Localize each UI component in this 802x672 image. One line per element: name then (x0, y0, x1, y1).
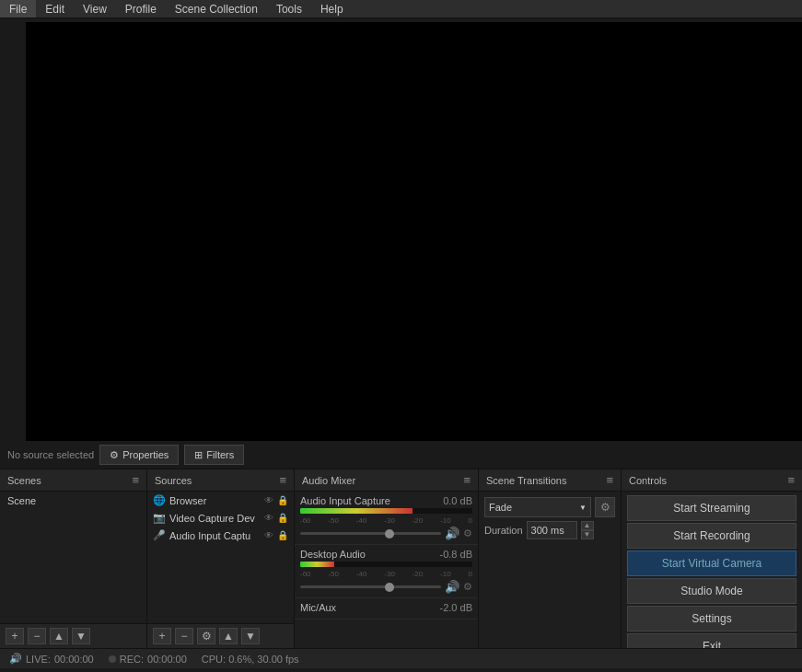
scenes-up-button[interactable]: ▲ (50, 628, 68, 644)
live-icon: 🔊 (9, 653, 22, 665)
duration-up-button[interactable]: ▲ (581, 521, 594, 530)
transitions-content: Fade ▼ ⚙ Duration ▲ ▼ (479, 492, 621, 648)
preview-canvas (26, 22, 802, 441)
mic-audio-name: Mic/Aux (300, 602, 336, 613)
desktop-audio-settings[interactable]: ⚙ (463, 581, 472, 593)
sources-panel: Sources ≡ 🌐 Browser 👁 🔒 📷 Video Capture … (147, 469, 295, 648)
desktop-audio-mute[interactable]: 🔊 (445, 580, 459, 594)
duration-input[interactable] (527, 521, 577, 539)
source-row-browser[interactable]: 🌐 Browser 👁 🔒 (147, 492, 294, 509)
menu-view[interactable]: View (74, 0, 116, 17)
desktop-meter-labels: -60-50-40-30-20-100 (300, 570, 472, 578)
duration-down-button[interactable]: ▼ (581, 530, 594, 539)
mic-icon: 🎤 (153, 529, 166, 541)
sources-settings-button[interactable]: ⚙ (197, 628, 215, 644)
audio-title: Audio Mixer (302, 475, 355, 486)
menu-help[interactable]: Help (311, 0, 353, 17)
scenes-footer: + − ▲ ▼ (0, 623, 146, 648)
chevron-down-icon: ▼ (579, 504, 587, 512)
menu-profile[interactable]: Profile (116, 0, 166, 17)
rec-status: REC: 00:00:00 (109, 654, 187, 665)
gear-icon-transition: ⚙ (600, 501, 610, 514)
studio-mode-button[interactable]: Studio Mode (627, 578, 796, 604)
sources-panel-header: Sources ≡ (147, 469, 294, 492)
sources-remove-button[interactable]: − (175, 628, 193, 644)
source-row-video[interactable]: 📷 Video Capture Dev 👁 🔒 (147, 509, 294, 527)
transition-top-row: Fade ▼ ⚙ (484, 497, 615, 517)
live-status: 🔊 LIVE: 00:00:00 (9, 653, 94, 665)
audio-input-fader-thumb[interactable] (385, 529, 394, 539)
start-streaming-button[interactable]: Start Streaming (627, 495, 796, 521)
scenes-panel-header: Scenes ≡ (0, 469, 146, 492)
menu-edit[interactable]: Edit (36, 0, 74, 17)
desktop-audio-meter (300, 562, 472, 567)
menubar: File Edit View Profile Scene Collection … (0, 0, 802, 18)
menu-scene-collection[interactable]: Scene Collection (166, 0, 267, 17)
visibility-icon[interactable]: 👁 (264, 495, 273, 505)
sources-title: Sources (155, 475, 192, 486)
audio-input-meter (300, 508, 472, 514)
controls-content: Start Streaming Start Recording Start Vi… (622, 492, 802, 648)
source-name-audio: Audio Input Captu (169, 530, 261, 541)
controls-panel-header: Controls ≡ (622, 469, 802, 492)
audio-input-db: 0.0 dB (443, 495, 472, 506)
scenes-menu-icon[interactable]: ≡ (132, 473, 139, 487)
gear-icon: ⚙ (110, 449, 119, 461)
start-virtual-camera-button[interactable]: Start Virtual Camera (627, 550, 796, 576)
menu-file[interactable]: File (0, 0, 36, 17)
bottom-panels: Scenes ≡ Scene + − ▲ ▼ Sources ≡ 🌐 Brows… (0, 469, 802, 648)
sources-down-button[interactable]: ▼ (241, 628, 260, 644)
live-time: 00:00:00 (54, 654, 94, 665)
audio-channel-desktop: Desktop Audio -0.8 dB -60-50-40-30-20-10… (295, 545, 478, 598)
scenes-remove-button[interactable]: − (28, 628, 46, 644)
audio-mixer-panel: Audio Mixer ≡ Audio Input Capture 0.0 dB… (295, 469, 479, 648)
audio-input-settings[interactable]: ⚙ (463, 527, 472, 539)
source-row-audio[interactable]: 🎤 Audio Input Captu 👁 🔒 (147, 527, 294, 544)
start-recording-button[interactable]: Start Recording (627, 523, 796, 549)
lock-icon-2[interactable]: 🔒 (277, 513, 288, 523)
cpu-label: CPU: 0.6%, 30.00 fps (202, 654, 299, 665)
duration-label: Duration (484, 525, 523, 536)
sources-add-button[interactable]: + (153, 628, 171, 644)
audio-input-fader[interactable] (300, 532, 441, 535)
sources-up-button[interactable]: ▲ (219, 628, 238, 644)
transitions-panel-header: Scene Transitions ≡ (479, 469, 621, 492)
visibility-icon-2[interactable]: 👁 (264, 513, 273, 523)
filters-button[interactable]: ⊞ Filters (184, 445, 244, 465)
mic-audio-db: -2.0 dB (440, 602, 472, 613)
lock-icon[interactable]: 🔒 (277, 495, 288, 505)
desktop-audio-fader[interactable] (300, 585, 441, 588)
transition-type-select[interactable]: Fade ▼ (484, 497, 591, 517)
scenes-title: Scenes (7, 475, 41, 486)
settings-button[interactable]: Settings (627, 606, 796, 631)
controls-panel: Controls ≡ Start Streaming Start Recordi… (622, 469, 802, 648)
properties-button[interactable]: ⚙ Properties (99, 445, 179, 465)
source-name-browser: Browser (169, 495, 261, 506)
menu-tools[interactable]: Tools (267, 0, 311, 17)
lock-icon-3[interactable]: 🔒 (277, 530, 288, 540)
transition-settings-button[interactable]: ⚙ (595, 497, 615, 517)
scenes-add-button[interactable]: + (6, 628, 24, 644)
controls-menu-icon[interactable]: ≡ (787, 473, 795, 487)
scenes-list: Scene (0, 492, 146, 623)
statusbar: 🔊 LIVE: 00:00:00 REC: 00:00:00 CPU: 0.6%… (0, 648, 802, 668)
source-name-video: Video Capture Dev (169, 513, 261, 524)
scene-item[interactable]: Scene (0, 492, 146, 510)
source-bar: No source selected ⚙ Properties ⊞ Filter… (0, 441, 802, 469)
desktop-audio-bar (300, 562, 334, 567)
exit-button[interactable]: Exit (627, 633, 796, 648)
duration-row: Duration ▲ ▼ (484, 521, 615, 539)
visibility-icon-3[interactable]: 👁 (264, 530, 273, 540)
rec-time: 00:00:00 (147, 654, 187, 665)
controls-title: Controls (629, 475, 667, 486)
audio-menu-icon[interactable]: ≡ (463, 473, 471, 487)
desktop-audio-fader-thumb[interactable] (385, 583, 394, 592)
scenes-down-button[interactable]: ▼ (72, 628, 90, 644)
audio-panel-header: Audio Mixer ≡ (295, 469, 478, 492)
audio-input-mute[interactable]: 🔊 (445, 527, 459, 540)
transitions-menu-icon[interactable]: ≡ (606, 473, 613, 487)
rec-dot (109, 655, 116, 663)
sources-menu-icon[interactable]: ≡ (279, 473, 286, 487)
sources-list: 🌐 Browser 👁 🔒 📷 Video Capture Dev 👁 🔒 🎤 … (147, 492, 294, 623)
audio-meter-labels: -60-50-40-30-20-100 (300, 516, 472, 525)
